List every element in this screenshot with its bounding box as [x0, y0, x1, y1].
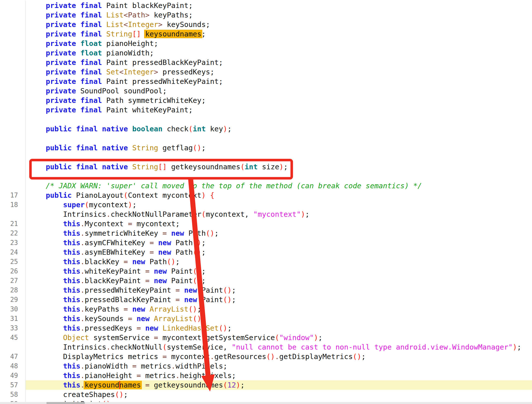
code-line-29: 29 this.pressedBlackKeyPaint = new Paint…	[0, 295, 532, 304]
code-text[interactable]: public PianoLayout(Context mycontext) {	[26, 191, 532, 200]
code-line-58: 58 createShapes();	[0, 390, 532, 399]
line-number	[0, 48, 26, 58]
code-text[interactable]: this.blackKeyPaint = new Paint();	[26, 276, 532, 285]
line-number	[0, 77, 26, 86]
line-number	[0, 172, 26, 181]
code-text[interactable]: this.blackKey = new Path();	[26, 257, 532, 266]
code-line-r17: public final native String[] getkeysound…	[0, 162, 532, 172]
line-number	[0, 10, 26, 20]
line-number: 28	[0, 285, 26, 295]
code-line-33: 33 this.pressedKeys = new LinkedHashSet(…	[0, 323, 532, 333]
code-line-48: 48 this.pianoWidth = metrics.widthPixels…	[0, 361, 532, 371]
code-text[interactable]: this.whiteKeyPaint = new Paint();	[26, 266, 532, 276]
code-text[interactable]: private final List<Path> keyPaths;	[26, 10, 532, 20]
code-line-r22: Intrinsics.checkNotNullParameter(myconte…	[0, 209, 532, 219]
code-text[interactable]: private final Paint blackKeyPaint;	[26, 1, 532, 10]
line-number: 24	[0, 247, 26, 257]
line-number	[0, 96, 26, 105]
line-number: 22	[0, 228, 26, 238]
code-line-24: 24 this.asymEBWhiteKey = new Path();	[0, 247, 532, 257]
code-text[interactable]: createShapes();	[26, 390, 532, 399]
code-line-28: 28 this.pressedWhiteKeyPaint = new Paint…	[0, 285, 532, 295]
text-caret	[119, 381, 120, 389]
code-line-r12	[0, 115, 532, 124]
code-text[interactable]: private float pianoHeight;	[26, 39, 532, 48]
code-line-r14	[0, 134, 532, 143]
code-line-47: 47 DisplayMetrics metrics = mycontext.ge…	[0, 352, 532, 361]
code-line-17: 17 public PianoLayout(Context mycontext)…	[0, 191, 532, 200]
code-text[interactable]: this.keyPaths = new ArrayList();	[26, 304, 532, 314]
line-number: 47	[0, 352, 26, 361]
code-text[interactable]: this.asymCFWhiteKey = new Path();	[26, 238, 532, 247]
line-number: 33	[0, 323, 26, 333]
line-number	[0, 105, 26, 115]
line-number	[0, 29, 26, 39]
code-text[interactable]	[26, 134, 532, 143]
code-line-r2: private final List<Integer> keySounds;	[0, 20, 532, 29]
code-line-r5: private float pianoWidth;	[0, 48, 532, 58]
code-line-r15: public final native String getflag();	[0, 143, 532, 153]
code-line-r3: private final String[] keysoundnames;	[0, 29, 532, 39]
code-text[interactable]: this.pressedKeys = new LinkedHashSet();	[26, 323, 532, 333]
code-line-r36: Intrinsics.checkNotNull(systemService, "…	[0, 342, 532, 352]
line-number: 58	[0, 390, 26, 399]
line-number: 29	[0, 295, 26, 304]
code-text[interactable]: private final Paint pressedBlackKeyPaint…	[26, 58, 532, 67]
code-text[interactable]: DisplayMetrics metrics = mycontext.getRe…	[26, 352, 532, 361]
line-number: 25	[0, 257, 26, 266]
code-line-r9: private SoundPool soundPool;	[0, 86, 532, 96]
line-number: 30	[0, 304, 26, 314]
line-number: 48	[0, 361, 26, 371]
code-text[interactable]: this.asymEBWhiteKey = new Path();	[26, 247, 532, 257]
code-text[interactable]: private final Set<Integer> pressedKeys;	[26, 67, 532, 77]
code-text[interactable]: super(mycontext);	[26, 200, 532, 209]
code-text[interactable]	[26, 172, 532, 181]
line-number: 23	[0, 238, 26, 247]
occurrence-highlight: keysoundnames	[85, 381, 141, 389]
code-text[interactable]: private final String[] keysoundnames;	[26, 29, 532, 39]
code-text[interactable]: this.pianoHeight = metrics.heightPixels;	[26, 371, 532, 380]
code-text[interactable]: this.keySounds = new ArrayList();	[26, 314, 532, 323]
code-text[interactable]	[26, 115, 532, 124]
line-number: 49	[0, 371, 26, 380]
code-line-r19: /* JADX WARN: 'super' call moved to the …	[0, 181, 532, 191]
code-text[interactable]: private float pianoWidth;	[26, 48, 532, 58]
code-text[interactable]: this.symmetricWhiteKey = new Path();	[26, 228, 532, 238]
line-number	[0, 67, 26, 77]
code-text[interactable]: this.pressedBlackKeyPaint = new Paint();	[26, 295, 532, 304]
line-number	[0, 162, 26, 172]
code-text[interactable]: private final List<Integer> keySounds;	[26, 20, 532, 29]
code-line-45: 45 Object systemService = mycontext.getS…	[0, 333, 532, 342]
code-text[interactable]: Intrinsics.checkNotNull(systemService, "…	[26, 342, 532, 352]
code-text[interactable]: public final native boolean check(int ke…	[26, 124, 532, 134]
code-text[interactable]: this.Mycontext = mycontext;	[26, 219, 532, 228]
line-number	[0, 39, 26, 48]
line-number	[0, 209, 26, 219]
code-text[interactable]: private final Paint pressedWhiteKeyPaint…	[26, 77, 532, 86]
scrollbar-thumb[interactable]	[46, 402, 85, 404]
code-line-25: 25 this.blackKey = new Path();	[0, 257, 532, 266]
code-text[interactable]: public final native String getflag();	[26, 143, 532, 153]
horizontal-scrollbar[interactable]	[0, 402, 532, 404]
code-text[interactable]: this.pressedWhiteKeyPaint = new Paint();	[26, 285, 532, 295]
code-line-r16	[0, 153, 532, 162]
line-number	[0, 20, 26, 29]
code-text[interactable]: Intrinsics.checkNotNullParameter(myconte…	[26, 209, 532, 219]
code-text[interactable]: this.pianoWidth = metrics.widthPixels;	[26, 361, 532, 371]
code-line-r13: public final native boolean check(int ke…	[0, 124, 532, 134]
line-number: 31	[0, 314, 26, 323]
code-line-31: 31 this.keySounds = new ArrayList();	[0, 314, 532, 323]
code-text[interactable]: Object systemService = mycontext.getSyst…	[26, 333, 532, 342]
code-line-r7: private final Set<Integer> pressedKeys;	[0, 67, 532, 77]
code-text[interactable]: private final Paint whiteKeyPaint;	[26, 105, 532, 115]
code-text[interactable]: this.keysoundnames = getkeysoundnames(12…	[26, 380, 532, 390]
line-number	[0, 1, 26, 10]
code-text[interactable]: public final native String[] getkeysound…	[26, 162, 532, 172]
code-text[interactable]: private SoundPool soundPool;	[26, 86, 532, 96]
code-text[interactable]: /* JADX WARN: 'super' call moved to the …	[26, 181, 532, 191]
code-text[interactable]: private final Path symmetricWhiteKey;	[26, 96, 532, 105]
line-number	[0, 153, 26, 162]
line-number: 45	[0, 333, 26, 342]
code-text[interactable]	[26, 153, 532, 162]
code-line-r0: private final Paint blackKeyPaint;	[0, 1, 532, 10]
